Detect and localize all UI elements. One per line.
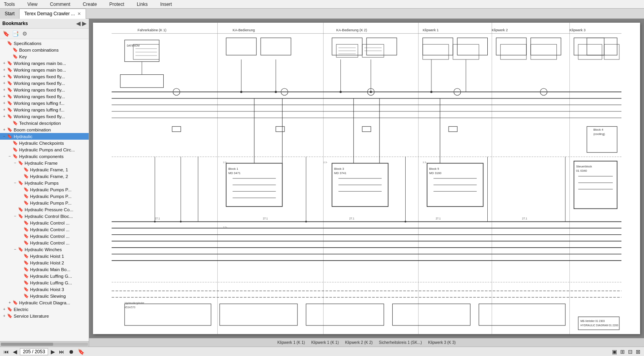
tab-bar: Start Terex Demag Crawler ... ✕ <box>0 9 644 19</box>
tree-item-hydraulic-control-1[interactable]: 🔖Hydraulic Control ... <box>0 219 89 226</box>
bookmarks-expand-btn[interactable]: ◀ <box>76 20 80 27</box>
tree-item-hydraulic-checkpoints[interactable]: 🔖Hydraulic Checkpoints <box>0 140 89 146</box>
tree-toggle-hydraulic-components[interactable]: − <box>7 154 13 158</box>
svg-text:27.1: 27.1 <box>436 217 441 220</box>
tree-item-working-ranges-1[interactable]: +🔖Working ranges main bo... <box>0 60 89 67</box>
tree-label-hydraulic-pumps-3: Hydraulic Pumps P... <box>30 201 72 205</box>
tree-toggle-electric[interactable]: + <box>2 307 7 311</box>
tree-item-hydraulic-hoist-1[interactable]: 🔖Hydraulic Hoist 1 <box>0 253 89 259</box>
tab-start[interactable]: Start <box>0 9 20 19</box>
bookmarks-panel: Bookmarks ◀ ▶ 🔖 📑 ⚙ 🔖Specifications 🔖Boo… <box>0 19 89 347</box>
tree-item-hydraulic-pumps-1[interactable]: 🔖Hydraulic Pumps P... <box>0 186 89 193</box>
menu-comment[interactable]: Comment <box>48 1 73 8</box>
menu-tools[interactable]: Tools <box>2 1 17 8</box>
nav-bookmark-button[interactable]: 🔖 <box>77 349 86 355</box>
tree-item-boom-combinations[interactable]: 🔖Boom combinations <box>0 47 89 53</box>
nav-prev-button[interactable]: ◀ <box>12 349 18 355</box>
tree-item-hydraulic-frame[interactable]: −🔖Hydraulic Frame <box>0 160 89 166</box>
tree-toggle-boom-combination[interactable]: + <box>2 128 7 132</box>
tree-item-electric[interactable]: +🔖Electric <box>0 306 89 313</box>
tab-close-button[interactable]: ✕ <box>77 11 81 16</box>
tree-toggle-working-ranges-8[interactable]: + <box>2 108 7 112</box>
bookmarks-tree[interactable]: 🔖Specifications 🔖Boom combinations 🔖Key+… <box>0 39 89 341</box>
tree-item-working-ranges-2[interactable]: +🔖Working ranges main bo... <box>0 67 89 73</box>
tree-item-hydraulic-hoist-2[interactable]: 🔖Hydraulic Hoist 2 <box>0 259 89 266</box>
tree-item-hydraulic-winches[interactable]: −🔖Hydraulic Winches <box>0 246 89 253</box>
tree-item-hydraulic-hoist-3[interactable]: 🔖Hydraulic Hoist 3 <box>0 286 89 293</box>
tree-toggle-working-ranges-6[interactable]: + <box>2 94 7 99</box>
tree-item-service-literature[interactable]: +🔖Service Literature <box>0 313 89 319</box>
tree-item-technical-desc[interactable]: 🔖Technical description <box>0 120 89 126</box>
tree-item-hydraulic-frame-2[interactable]: 🔖Hydraulic Frame, 2 <box>0 173 89 180</box>
nav-last-button[interactable]: ⏭ <box>58 349 66 355</box>
tree-item-working-ranges-5[interactable]: +🔖Working ranges fixed fly... <box>0 86 89 93</box>
tree-item-hydraulic-pumps-circ[interactable]: 🔖Hydraulic Pumps and Circ... <box>0 146 89 153</box>
svg-point-99 <box>370 91 372 93</box>
menu-links[interactable]: Links <box>134 1 150 8</box>
tree-item-hydraulic-pressure[interactable]: 🔖Hydraulic Pressure Co... <box>0 206 89 213</box>
bookmark-icon-3[interactable]: ⚙ <box>21 30 28 37</box>
tree-item-specifications[interactable]: 🔖Specifications <box>0 40 89 47</box>
menu-protect[interactable]: Protect <box>107 1 127 8</box>
view-three-page-icon[interactable]: ⊟ <box>627 349 634 355</box>
tree-item-hydraulic-control-2[interactable]: 🔖Hydraulic Control ... <box>0 226 89 233</box>
tree-item-hydraulic-main-bo[interactable]: 🔖Hydraulic Main Bo... <box>0 266 89 273</box>
tree-toggle-working-ranges-5[interactable]: + <box>2 88 7 92</box>
tree-item-hydraulic-components[interactable]: −🔖Hydraulic components <box>0 153 89 160</box>
tree-item-boom-combination[interactable]: +🔖Boom combination <box>0 126 89 133</box>
view-four-page-icon[interactable]: ⊠ <box>635 349 642 355</box>
tree-item-hydraulic-control-4[interactable]: 🔖Hydraulic Control ... <box>0 239 89 246</box>
tree-toggle-hydraulic-winches[interactable]: − <box>13 247 18 252</box>
tree-toggle-hydraulic[interactable]: − <box>2 134 7 138</box>
tree-item-working-ranges-6[interactable]: +🔖Working ranges fixed fly... <box>0 93 89 100</box>
tree-toggle-service-literature[interactable]: + <box>2 314 7 318</box>
bookmark-icon-2[interactable]: 📑 <box>12 30 19 37</box>
view-single-page-icon[interactable]: ▣ <box>611 349 618 355</box>
tree-item-hydraulic-luffing-1[interactable]: 🔖Hydraulic Luffing G... <box>0 273 89 279</box>
tree-item-hydraulic-control-3[interactable]: 🔖Hydraulic Control ... <box>0 233 89 239</box>
tree-toggle-hydraulic-frame[interactable]: − <box>13 161 18 165</box>
bookmark-leaf-icon-hydraulic-checkpoints: 🔖 <box>13 140 18 146</box>
tree-item-working-ranges-3[interactable]: +🔖Working ranges fixed fly... <box>0 73 89 80</box>
tree-toggle-working-ranges-2[interactable]: + <box>2 68 7 72</box>
tree-item-hydraulic-pumps[interactable]: −🔖Hydraulic Pumps <box>0 180 89 186</box>
tree-item-hydraulic-circuit-diag[interactable]: +🔖Hydraulic Circuit Diagra... <box>0 299 89 306</box>
bookmark-icon-1[interactable]: 🔖 <box>2 30 9 37</box>
view-two-page-icon[interactable]: ⊞ <box>619 349 626 355</box>
tree-toggle-hydraulic-circuit-diag[interactable]: + <box>7 300 13 305</box>
page-input[interactable] <box>20 348 48 355</box>
bookmarks-collapse-btn[interactable]: ▶ <box>82 20 86 27</box>
tree-label-hydraulic-circuit-diag: Hydraulic Circuit Diagra... <box>19 300 70 305</box>
tree-toggle-working-ranges-9[interactable]: + <box>2 114 7 119</box>
nav-next-button[interactable]: ▶ <box>50 349 56 355</box>
menu-insert[interactable]: Insert <box>158 1 174 8</box>
tree-item-hydraulic-luffing-2[interactable]: 🔖Hydraulic Luffing G... <box>0 279 89 286</box>
thumbnail-bar: Klipwerk 1 (K 1) Klipwerk 1 (K 1) Klipwe… <box>89 338 644 347</box>
tree-toggle-working-ranges-4[interactable]: + <box>2 81 7 85</box>
menu-view[interactable]: View <box>25 1 40 8</box>
tree-toggle-hydraulic-pumps[interactable]: − <box>13 181 18 185</box>
tree-item-working-ranges-9[interactable]: +🔖Working ranges fixed fly... <box>0 113 89 120</box>
svg-point-135 <box>154 221 156 222</box>
document-canvas[interactable]: Fahrerkabine (K 1) KA-Bedienung KA-Bedie… <box>89 19 644 338</box>
tree-item-hydraulic[interactable]: −🔖Hydraulic <box>0 133 89 140</box>
tree-toggle-working-ranges-3[interactable]: + <box>2 74 7 79</box>
tab-terex[interactable]: Terex Demag Crawler ... ✕ <box>20 9 86 19</box>
nav-record-button[interactable]: ⏺ <box>67 349 75 355</box>
tree-item-hydraulic-pumps-3[interactable]: 🔖Hydraulic Pumps P... <box>0 200 89 206</box>
tree-toggle-hydraulic-control-bloc[interactable]: − <box>13 214 18 218</box>
nav-first-button[interactable]: ⏮ <box>2 349 10 355</box>
tree-item-hydraulic-pumps-2[interactable]: 🔖Hydraulic Pumps P... <box>0 193 89 200</box>
tree-toggle-working-ranges-1[interactable]: + <box>2 61 7 65</box>
tree-item-working-ranges-4[interactable]: +🔖Working ranges fixed fly... <box>0 80 89 86</box>
tree-item-working-ranges-7[interactable]: +🔖Working ranges luffing f... <box>0 100 89 106</box>
tree-item-hydraulic-control-bloc[interactable]: −🔖Hydraulic Control Bloc... <box>0 213 89 219</box>
tree-item-hydraulic-frame-1[interactable]: 🔖Hydraulic Frame, 1 <box>0 166 89 173</box>
svg-text:27.1: 27.1 <box>155 217 160 220</box>
tree-item-working-ranges-8[interactable]: +🔖Working ranges luffing f... <box>0 106 89 113</box>
tree-toggle-working-ranges-7[interactable]: + <box>2 101 7 105</box>
tree-item-hydraulic-slewing[interactable]: 🔖Hydraulic Slewing <box>0 293 89 299</box>
tree-item-key[interactable]: 🔖Key <box>0 53 89 60</box>
svg-text:2.3-: 2.3- <box>223 161 227 164</box>
menu-create[interactable]: Create <box>80 1 99 8</box>
